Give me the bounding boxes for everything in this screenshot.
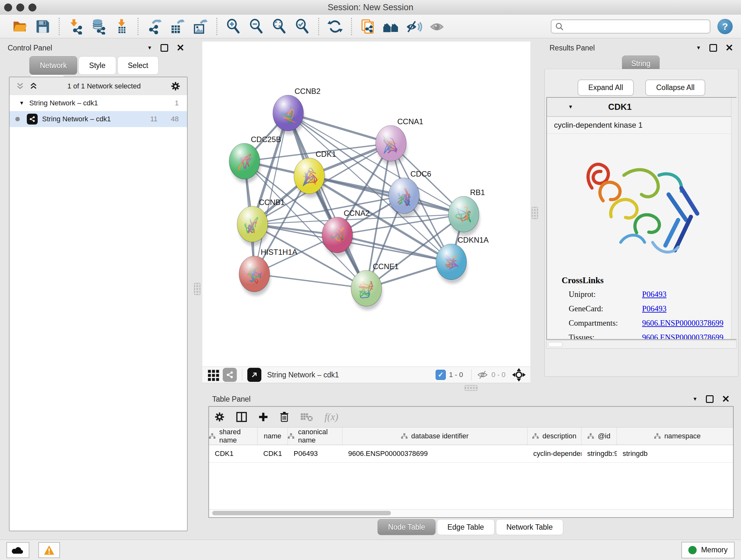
window-title: Session: New Session: [0, 3, 741, 12]
float-panel-icon[interactable]: [160, 44, 168, 52]
close-results-icon[interactable]: ✕: [725, 44, 733, 52]
network-edge-CCNB2-CCNE1[interactable]: [288, 113, 366, 288]
memory-button[interactable]: Memory: [681, 542, 735, 558]
network-edge-CDK1-RB1[interactable]: [309, 176, 464, 214]
network-node-HIST1H1A[interactable]: HIST1H1A: [239, 248, 297, 296]
table-row[interactable]: CDK1CDK1P064939606.ENSP00000378699cyclin…: [209, 445, 733, 462]
close-panel-icon[interactable]: ✕: [177, 44, 185, 52]
tab-edge-table[interactable]: Edge Table: [437, 519, 495, 535]
node-label-CDC25B: CDC25B: [251, 135, 281, 144]
network-edge-HIST1H1A-CCNE1[interactable]: [254, 274, 366, 288]
network-node-RB1[interactable]: RB1: [448, 188, 485, 236]
add-column-icon[interactable]: [258, 412, 268, 422]
protein-collapse-icon[interactable]: ▼: [568, 105, 573, 110]
zoom-out-icon[interactable]: [248, 18, 265, 35]
open-session-icon[interactable]: [11, 18, 28, 35]
zoom-in-icon[interactable]: [225, 18, 242, 35]
export-network-to-file-icon[interactable]: [146, 18, 163, 35]
table-cell[interactable]: 9606.ENSP00000378699: [342, 445, 528, 462]
scrollbar-thumb[interactable]: [212, 511, 391, 515]
tab-network-table[interactable]: Network Table: [496, 519, 563, 535]
collapse-all-icon[interactable]: [16, 82, 24, 90]
show-columns-icon[interactable]: [236, 412, 247, 422]
save-session-icon[interactable]: [34, 18, 51, 35]
crosslink-compartments-link[interactable]: 9606.ENSP00000378699: [642, 319, 724, 327]
close-table-icon[interactable]: ✕: [722, 395, 730, 403]
import-network-from-database-icon[interactable]: [90, 18, 107, 35]
export-image-icon[interactable]: [192, 18, 209, 35]
refresh-view-icon[interactable]: [327, 18, 344, 35]
export-table-to-file-icon[interactable]: [169, 18, 186, 35]
collapse-results-icon[interactable]: ▼: [696, 45, 701, 51]
network-selection-status: 1 of 1 Network selected: [38, 82, 171, 90]
float-results-icon[interactable]: [710, 44, 717, 52]
help-button[interactable]: ?: [718, 19, 733, 34]
import-network-from-file-icon[interactable]: [67, 18, 84, 35]
expand-all-icon[interactable]: [29, 82, 38, 90]
collection-expand-icon[interactable]: ▼: [19, 101, 24, 106]
tab-node-table[interactable]: Node Table: [378, 519, 435, 535]
table-cell[interactable]: stringdb:9...: [582, 445, 617, 462]
birds-eye-toggle-icon[interactable]: [512, 368, 526, 382]
protein-section-header[interactable]: ▼ CDK1: [547, 98, 736, 117]
delete-column-icon[interactable]: [279, 411, 289, 423]
table-cell[interactable]: CDK1: [258, 445, 288, 462]
detach-view-icon[interactable]: [247, 368, 261, 382]
table-cell[interactable]: cyclin-dependent ...: [528, 445, 582, 462]
network-options-gear-icon[interactable]: [171, 81, 181, 91]
warning-icon: [44, 545, 55, 555]
table-horizontal-scrollbar[interactable]: [209, 509, 733, 517]
table-cell[interactable]: stringdb: [617, 445, 734, 462]
zoom-selected-icon[interactable]: [293, 18, 311, 35]
fit-content-icon[interactable]: [271, 18, 288, 35]
crosslink-tissues-link[interactable]: 9606.ENSP00000378699: [642, 333, 724, 340]
network-row[interactable]: String Network – cdk1 11 48: [10, 111, 187, 127]
network-node-CCNA1[interactable]: CCNA1: [376, 117, 423, 165]
tab-style[interactable]: Style: [78, 56, 116, 75]
network-node-CDKN1A[interactable]: CDKN1A: [436, 236, 488, 284]
network-view[interactable]: CCNB2CCNA1CDC25BCDK1CDC6RB1CCNB1CCNA2CDK…: [202, 42, 530, 367]
tab-network[interactable]: Network: [29, 56, 77, 75]
table-cell[interactable]: CDK1: [209, 445, 258, 462]
float-table-icon[interactable]: [706, 395, 714, 403]
column-header-namespace[interactable]: namespace: [617, 428, 734, 445]
show-hidden-icon[interactable]: [428, 18, 446, 35]
crosslink-uniprot-link[interactable]: P06493: [642, 290, 666, 299]
import-table-from-file-icon[interactable]: [113, 18, 130, 35]
cloud-button[interactable]: [6, 542, 29, 558]
column-header-canonical-name[interactable]: canonical name: [288, 428, 342, 445]
column-header--id[interactable]: @id: [582, 428, 617, 445]
table-panel: Table Panel ▼ ✕ f(x) shared namenamecano…: [206, 392, 736, 535]
collapse-table-icon[interactable]: ▼: [692, 396, 697, 401]
selected-checkbox-icon[interactable]: ✓: [435, 370, 446, 380]
results-horizontal-scrollbar[interactable]: [546, 340, 737, 349]
tab-select[interactable]: Select: [118, 56, 159, 75]
memory-status-dot: [688, 546, 697, 554]
collapse-panel-icon[interactable]: ▼: [147, 45, 152, 51]
column-header-shared-name[interactable]: shared name: [209, 428, 258, 445]
right-splitter-grip[interactable]: [532, 207, 538, 219]
table-cell[interactable]: P06493: [288, 445, 342, 462]
crosslink-genecard-link[interactable]: P06493: [642, 304, 666, 313]
left-splitter-grip[interactable]: [194, 283, 200, 295]
collapse-all-button[interactable]: Collapse All: [645, 79, 705, 96]
collection-count: 1: [175, 99, 179, 107]
network-node-CDK1[interactable]: CDK1: [294, 150, 336, 198]
column-header-database-identifier[interactable]: database identifier: [342, 428, 528, 445]
results-vertical-scrollbar[interactable]: [731, 98, 737, 339]
warnings-button[interactable]: [38, 542, 60, 558]
hide-selected-icon[interactable]: [405, 18, 422, 35]
search-input[interactable]: [567, 22, 706, 31]
crosslinks-title: CrossLinks: [562, 275, 736, 286]
show-all-networks-icon[interactable]: [382, 18, 400, 35]
table-options-gear-icon[interactable]: [214, 412, 225, 422]
expand-all-button[interactable]: Expand All: [578, 79, 634, 96]
clone-network-icon[interactable]: [359, 18, 377, 35]
column-header-description[interactable]: description: [528, 428, 582, 445]
column-header-name[interactable]: name: [258, 428, 288, 445]
network-collection-row[interactable]: ▼ String Network – cdk1 1: [10, 95, 187, 111]
bottom-splitter-grip[interactable]: [465, 385, 477, 391]
string-view-toggle-icon[interactable]: [223, 368, 237, 382]
selected-count: 1 - 0: [449, 371, 463, 379]
grid-view-icon[interactable]: [207, 368, 220, 381]
